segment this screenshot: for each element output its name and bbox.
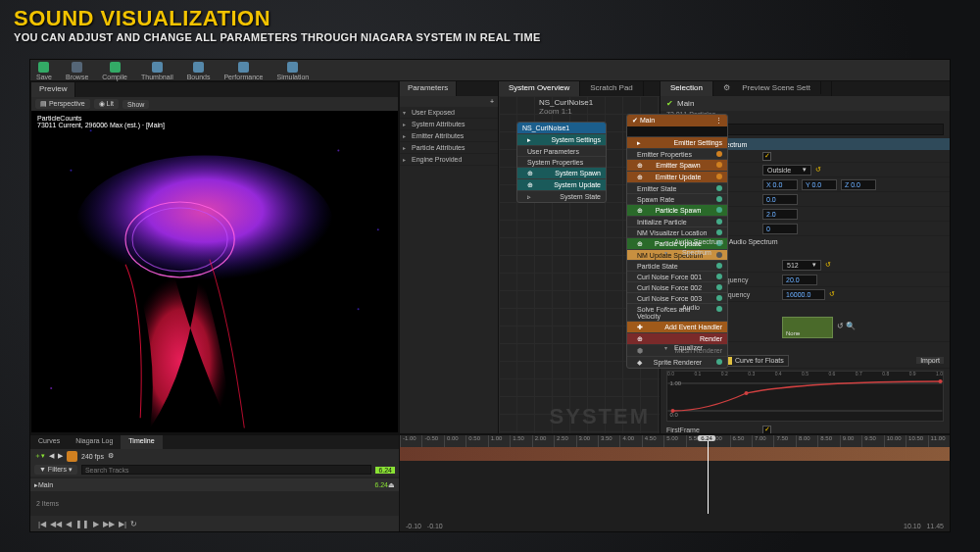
step-fwd-button[interactable]: ▶▶	[103, 520, 115, 528]
audio-spectrum-header[interactable]: Audio Spectrum Audio Spectrum	[661, 236, 950, 247]
param-group-user-exposed[interactable]: User Exposed	[400, 107, 498, 119]
vector-z-input[interactable]: Z 0.0	[841, 179, 876, 190]
add-event-handler-row[interactable]: ✚ Add Event Handler	[627, 321, 727, 332]
loop-button[interactable]: ↻	[130, 520, 137, 528]
toolbar-thumbnail[interactable]: Thumbnail	[139, 62, 175, 80]
audio-channel-input[interactable]: 0	[762, 224, 798, 234]
key-button[interactable]	[67, 451, 77, 462]
spectrum-header[interactable]: Spectrum	[661, 247, 950, 258]
timeline-tab[interactable]: Timeline	[121, 435, 162, 449]
curve-import-button[interactable]: Import	[916, 357, 944, 364]
initialize-particle-row[interactable]: Initialize Particle	[627, 216, 727, 226]
resolution-dropdown[interactable]: 512▾	[782, 260, 821, 271]
min-frequency-input[interactable]: 20.0	[782, 275, 817, 285]
niagara-log-tab[interactable]: Niagara Log	[68, 435, 121, 449]
toolbar-browse[interactable]: Browse	[64, 62, 90, 80]
toolbar-compile[interactable]: Compile	[100, 62, 129, 80]
timeline-ruler-area[interactable]: -1.00-0.500.000.501.001.502.002.503.003.…	[399, 435, 950, 531]
toolbar-bounds[interactable]: Bounds	[185, 62, 213, 80]
emitter-menu-icon[interactable]: ⋮	[715, 117, 722, 125]
show-button[interactable]: Show	[122, 100, 150, 109]
to-start-button[interactable]: |◀	[38, 520, 46, 528]
perspective-button[interactable]: ▤ Perspective	[35, 99, 90, 109]
curve-editor[interactable]: 1.000.0 0.00.10.20.30.40.50.60.70.80.91.…	[666, 371, 944, 422]
toolbar-performance[interactable]: Performance	[221, 62, 265, 80]
svg-point-12	[745, 391, 749, 395]
system-properties-row[interactable]: System Properties	[517, 156, 606, 167]
add-track-button[interactable]: ＋▾	[34, 451, 45, 461]
filters-button[interactable]: ▼ Filters ▾	[34, 465, 77, 475]
to-end-button[interactable]: ▶|	[119, 520, 126, 528]
first-frame-checkbox[interactable]	[762, 426, 771, 434]
editor-window: Save Browse Compile Thumbnail Bounds Per…	[29, 59, 951, 532]
next-key-button[interactable]: ▶	[58, 452, 63, 460]
param-group-emitter-attributes[interactable]: Emitter Attributes	[400, 130, 498, 142]
alternator-multiply-input[interactable]: 2.0	[762, 209, 798, 220]
node-graph-canvas[interactable]: NS_CurlNoise1 Zoom 1:1 SYSTEM NS_CurlNoi…	[499, 96, 660, 433]
curl-noise-1-row[interactable]: Curl Noise Force 001	[627, 271, 727, 281]
pause-button[interactable]: ❚❚	[75, 520, 89, 528]
vector-x-input[interactable]: X 0.0	[762, 179, 798, 190]
parameters-tab[interactable]: Parameters	[400, 81, 457, 96]
asset-name-label: NS_CurlNoise1 Zoom 1:1	[539, 98, 619, 116]
lit-button[interactable]: ◉ Lit	[94, 99, 119, 109]
submix-asset-picker[interactable]: None	[782, 317, 833, 338]
track-search-input[interactable]	[81, 465, 372, 475]
reset-icon[interactable]: ↺	[815, 166, 821, 174]
system-overview-tab[interactable]: System Overview	[499, 81, 580, 96]
param-group-system-attributes[interactable]: System Attributes	[400, 119, 498, 130]
max-frequency-input[interactable]: 16000.0	[782, 289, 825, 300]
fps-display[interactable]: 240 fps	[81, 453, 104, 460]
param-group-particle-attributes[interactable]: Particle Attributes	[400, 142, 498, 154]
system-spawn-row[interactable]: ⊕ System Spawn	[517, 167, 606, 178]
prev-key-button[interactable]: ◀	[49, 452, 54, 460]
settings-icon[interactable]: ⚙	[108, 452, 114, 460]
scratch-pad-tab[interactable]: Scratch Pad	[580, 81, 644, 96]
preview-scene-tab[interactable]: ⚙ Preview Scene Sett	[713, 81, 832, 96]
lock-icon[interactable]: ⏏	[388, 481, 395, 489]
system-node[interactable]: NS_CurlNoise1 ▸ System Settings User Par…	[516, 122, 607, 203]
timeline-track-bar[interactable]	[400, 447, 950, 461]
vector-y-input[interactable]: Y 0.0	[802, 179, 837, 190]
particle-state-row[interactable]: Particle State	[627, 260, 727, 271]
alternator-index-input[interactable]: 0.0	[762, 194, 798, 205]
reverse-button[interactable]: ◀	[66, 520, 72, 528]
timeline-panel: Curves Niagara Log Timeline ＋▾ ◀ ▶ 240 f…	[30, 433, 950, 531]
preview-viewport-panel: Preview ▤ Perspective ◉ Lit Show	[30, 81, 399, 433]
emitter-spawn-row[interactable]: ⊕ Emitter Spawn	[627, 159, 727, 171]
system-update-row[interactable]: ⊕ System Update	[517, 178, 606, 190]
timeline-ruler[interactable]: -1.00-0.500.000.501.001.502.002.503.003.…	[400, 435, 950, 447]
equalizer-header[interactable]: Equalizer	[661, 342, 950, 353]
emitter-properties-row[interactable]: Emitter Properties	[627, 148, 727, 159]
direction-switch-dropdown[interactable]: Outside▾	[762, 165, 811, 176]
compile-icon	[110, 62, 121, 73]
system-settings-row[interactable]: ▸ System Settings	[517, 133, 606, 145]
emitter-settings-row[interactable]: ▸ Emitter Settings	[627, 136, 727, 148]
toolbar-save[interactable]: Save	[34, 62, 54, 80]
emitter-state-row[interactable]: Emitter State	[627, 182, 727, 193]
apply-equalizer-checkbox[interactable]	[762, 152, 771, 161]
curl-noise-2-row[interactable]: Curl Noise Force 002	[627, 281, 727, 292]
particle-spawn-row[interactable]: ⊕ Particle Spawn	[627, 204, 727, 216]
step-back-button[interactable]: ◀◀	[50, 520, 62, 528]
system-state-row[interactable]: ▹ System State	[517, 190, 606, 202]
play-button[interactable]: ▶	[93, 520, 99, 528]
toolbar-simulation[interactable]: Simulation	[275, 62, 312, 80]
sprite-renderer-row[interactable]: ◆ Sprite Renderer	[627, 356, 727, 368]
user-parameters-row[interactable]: User Parameters	[517, 145, 606, 156]
viewport-canvas[interactable]: ParticleCounts 73011 Current, 296006 Max…	[31, 111, 398, 432]
playhead[interactable]: 6.24	[708, 435, 709, 514]
parameters-panel: Parameters + User Exposed System Attribu…	[399, 81, 499, 433]
preview-tab[interactable]: Preview	[31, 82, 75, 97]
curves-tab[interactable]: Curves	[30, 435, 68, 449]
curve-type-chip[interactable]: Curve for Floats	[719, 355, 789, 367]
spawn-rate-row[interactable]: Spawn Rate	[627, 193, 727, 204]
audio-header[interactable]: Audio	[661, 302, 950, 313]
param-group-engine-provided[interactable]: Engine Provided	[400, 154, 498, 166]
add-parameter-button[interactable]: +	[490, 98, 494, 105]
emitter-update-row[interactable]: ⊕ Emitter Update	[627, 171, 727, 182]
track-row-main[interactable]: ▸ Main 6.24 ⏏	[30, 478, 399, 491]
selection-tab[interactable]: Selection	[661, 81, 713, 96]
emitter-node-header[interactable]: ✔ Main⋮	[627, 115, 727, 126]
system-node-header[interactable]: NS_CurlNoise1	[517, 123, 606, 133]
